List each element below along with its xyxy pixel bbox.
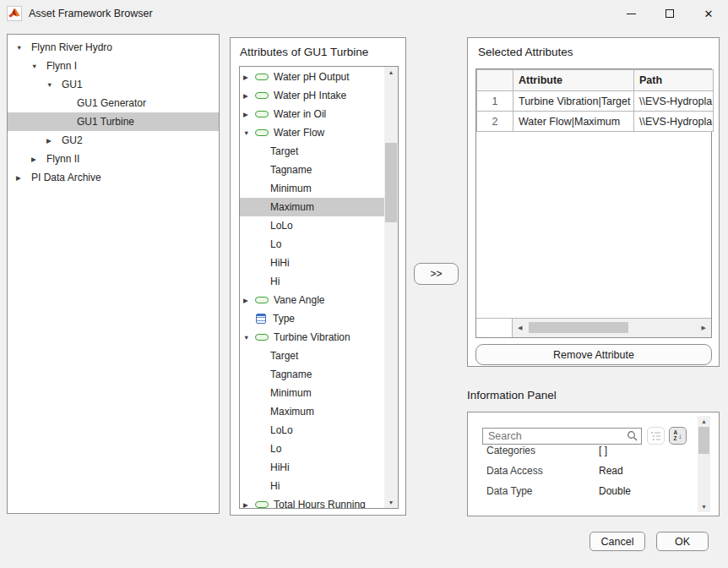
expander-icon[interactable] xyxy=(243,129,255,137)
scrollbar-thumb[interactable] xyxy=(385,143,397,222)
attribute-cell[interactable]: Turbine Vibration|Target xyxy=(513,91,634,112)
attribute-item[interactable]: Turbine Vibration xyxy=(240,328,384,347)
attribute-subitem[interactable]: Target xyxy=(240,347,384,365)
attribute-subitem[interactable]: Lo xyxy=(240,440,384,458)
maximize-icon xyxy=(666,9,674,18)
attribute-label: Total Hours Running xyxy=(274,499,366,509)
add-attribute-button[interactable]: >> xyxy=(414,263,459,285)
tree-item-flynn-i[interactable]: Flynn I xyxy=(8,57,219,75)
scroll-up-icon[interactable] xyxy=(384,69,398,75)
expander-icon[interactable] xyxy=(243,111,255,118)
attribute-item[interactable]: Water Flow xyxy=(240,123,384,142)
attributes-scrollbar[interactable] xyxy=(384,67,398,508)
attribute-subitem[interactable]: Hi xyxy=(240,272,384,291)
attribute-pill-icon xyxy=(255,334,269,341)
expander-icon[interactable] xyxy=(46,81,62,89)
attribute-subitem[interactable]: Hi xyxy=(240,477,384,495)
attribute-subitem[interactable]: Maximum xyxy=(240,402,384,421)
search-field xyxy=(482,428,642,445)
attribute-label: HiHi xyxy=(270,462,290,473)
attribute-item[interactable]: Water pH Output xyxy=(240,68,384,86)
attribute-subitem[interactable]: Lo xyxy=(240,235,384,254)
row-number-header xyxy=(477,70,513,91)
close-button[interactable] xyxy=(689,0,728,27)
attribute-cell[interactable]: Water Flow|Maximum xyxy=(513,112,634,132)
attribute-subitem[interactable]: Minimum xyxy=(240,179,384,198)
scroll-left-icon[interactable] xyxy=(518,319,522,337)
table-row[interactable]: 1 Turbine Vibration|Target \\EVS-Hydropl… xyxy=(477,91,714,112)
attribute-subitem[interactable]: Target xyxy=(240,142,384,161)
tree-item-gu1-turbine[interactable]: GU1 Turbine xyxy=(8,112,219,131)
expander-icon[interactable] xyxy=(16,174,31,182)
expander-icon[interactable] xyxy=(16,44,31,52)
attribute-item[interactable]: Total Hours Running xyxy=(240,495,384,509)
expander-icon[interactable] xyxy=(31,156,46,163)
search-input[interactable] xyxy=(482,428,642,445)
tree-item-gu1-generator[interactable]: GU1 Generator xyxy=(8,94,219,112)
expander-icon[interactable] xyxy=(243,334,255,341)
cancel-button[interactable]: Cancel xyxy=(589,532,645,551)
attribute-subitem[interactable]: Tagname xyxy=(240,161,384,179)
attribute-subitem[interactable]: Minimum xyxy=(240,384,384,402)
expander-icon[interactable] xyxy=(243,297,255,304)
table-row[interactable]: 2 Water Flow|Maximum \\EVS-Hydropla xyxy=(477,112,714,132)
attribute-label: Water in Oil xyxy=(274,108,326,120)
property-row[interactable]: Data Access Read xyxy=(486,465,623,477)
tree-item-flynn-river-hydro[interactable]: Flynn River Hydro xyxy=(8,38,219,57)
attribute-subitem-selected[interactable]: Maximum xyxy=(240,198,384,216)
property-row[interactable]: Data Type Double xyxy=(486,485,631,497)
attribute-subitem[interactable]: Tagname xyxy=(240,365,384,384)
matlab-icon xyxy=(7,6,22,21)
tree-item-label: Flynn I xyxy=(46,60,77,72)
expander-icon[interactable] xyxy=(243,92,255,100)
attribute-item[interactable]: Vane Angle xyxy=(240,291,384,309)
scroll-up-icon[interactable] xyxy=(698,418,710,424)
information-panel: AZ Categories [ ] Data Access Read Data … xyxy=(467,412,720,516)
path-column-header[interactable]: Path xyxy=(634,70,714,91)
attribute-column-header[interactable]: Attribute xyxy=(513,70,634,91)
scroll-down-icon[interactable] xyxy=(698,504,710,510)
attribute-subitem[interactable]: HiHi xyxy=(240,458,384,477)
minimize-button[interactable] xyxy=(611,0,650,27)
info-scrollbar[interactable] xyxy=(698,416,710,512)
scrollbar-thumb[interactable] xyxy=(698,427,709,454)
maximize-button[interactable] xyxy=(650,0,689,27)
row-number: 2 xyxy=(477,112,513,132)
tree-item-gu2[interactable]: GU2 xyxy=(8,131,219,150)
scrollbar-thumb[interactable] xyxy=(529,322,628,333)
path-cell[interactable]: \\EVS-Hydropla xyxy=(634,91,714,112)
title-bar: Asset Framework Browser xyxy=(0,0,728,27)
sort-alphabetical-button[interactable]: AZ xyxy=(669,427,687,445)
minimize-icon xyxy=(627,14,636,14)
tree-item-flynn-ii[interactable]: Flynn II xyxy=(8,150,219,168)
attribute-item[interactable]: Water pH Intake xyxy=(240,86,384,105)
ok-button[interactable]: OK xyxy=(656,532,709,551)
expander-icon[interactable] xyxy=(46,137,62,145)
attribute-subitem[interactable]: HiHi xyxy=(240,254,384,272)
remove-attribute-button[interactable]: Remove Attribute xyxy=(475,344,712,365)
attribute-subitem[interactable]: LoLo xyxy=(240,216,384,235)
attribute-label: HiHi xyxy=(270,257,290,269)
attribute-label: Turbine Vibration xyxy=(274,331,350,343)
attribute-subitem[interactable]: LoLo xyxy=(240,421,384,440)
expander-icon[interactable] xyxy=(31,63,46,70)
property-row[interactable]: Categories [ ] xyxy=(486,445,607,456)
scroll-down-icon[interactable] xyxy=(384,500,398,505)
path-cell[interactable]: \\EVS-Hydropla xyxy=(634,112,714,132)
tree-item-gu1[interactable]: GU1 xyxy=(8,75,219,94)
attribute-pill-icon xyxy=(255,111,269,117)
attribute-item[interactable]: Type xyxy=(240,309,384,328)
table-horizontal-scrollbar[interactable] xyxy=(476,318,711,337)
attribute-label: Lo xyxy=(270,238,281,250)
tree-item-pi-data-archive[interactable]: PI Data Archive xyxy=(8,168,219,187)
attribute-label: Tagname xyxy=(270,164,312,176)
tree-item-label: GU1 Generator xyxy=(77,97,146,109)
scroll-right-icon[interactable] xyxy=(702,319,706,337)
selected-attributes-panel: Selected Attributes Attribute Path 1 Tur… xyxy=(467,37,720,367)
sort-az-icon: AZ xyxy=(673,430,677,441)
attribute-item[interactable]: Water in Oil xyxy=(240,105,384,123)
expander-icon[interactable] xyxy=(243,74,255,81)
attributes-panel: Attributes of GU1 Turbine Water pH Outpu… xyxy=(230,37,406,516)
property-name: Categories xyxy=(486,445,599,456)
expander-icon[interactable] xyxy=(243,501,255,509)
